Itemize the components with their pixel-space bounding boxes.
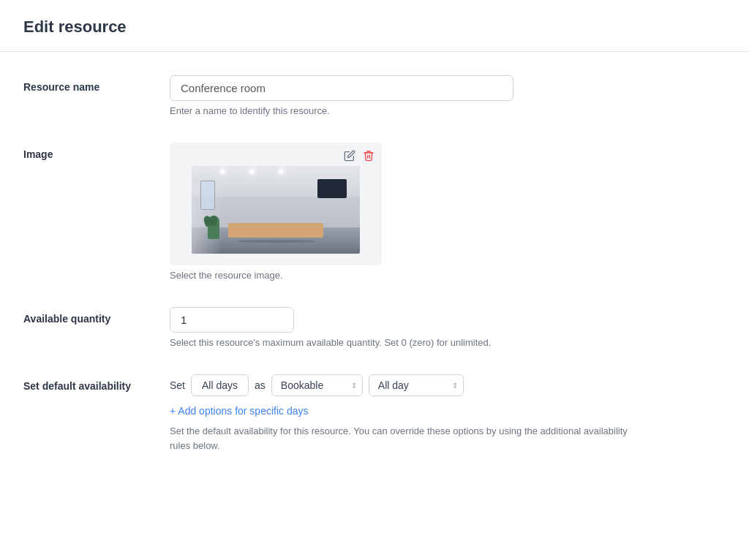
availability-controls: Set All days as Bookable Not bookable Al… <box>170 374 726 396</box>
image-label: Image <box>23 143 170 160</box>
image-hint: Select the resource image. <box>170 270 726 281</box>
resource-name-hint: Enter a name to identify this resource. <box>170 105 726 116</box>
page-container: Edit resource Resource name Enter a name… <box>0 0 749 560</box>
resource-name-row: Resource name Enter a name to identify t… <box>23 75 726 116</box>
available-quantity-input[interactable] <box>170 307 294 333</box>
available-quantity-label: Available quantity <box>23 307 170 325</box>
set-text: Set <box>170 379 185 391</box>
time-select[interactable]: All day Custom hours <box>369 374 464 396</box>
add-options-link[interactable]: + Add options for specific days <box>170 405 726 417</box>
resource-name-field: Enter a name to identify this resource. <box>170 75 726 116</box>
available-quantity-hint: Select this resource's maximum available… <box>170 337 726 348</box>
image-delete-button[interactable] <box>361 148 376 165</box>
resource-name-input[interactable] <box>170 75 513 101</box>
all-days-badge: All days <box>191 374 249 396</box>
image-edit-button[interactable] <box>342 148 357 165</box>
default-availability-label: Set default availability <box>23 374 170 392</box>
image-field: Select the resource image. <box>170 143 726 281</box>
default-availability-field: Set All days as Bookable Not bookable Al… <box>170 374 726 453</box>
default-availability-row: Set default availability Set All days as… <box>23 374 726 453</box>
time-select-wrapper: All day Custom hours <box>369 374 464 396</box>
image-row: Image <box>23 143 726 281</box>
bookable-select[interactable]: Bookable Not bookable <box>271 374 363 396</box>
page-header: Edit resource <box>0 0 749 52</box>
resource-name-label: Resource name <box>23 75 170 93</box>
page-title: Edit resource <box>23 18 726 37</box>
image-actions <box>342 148 376 165</box>
available-quantity-row: Available quantity Select this resource'… <box>23 307 726 348</box>
as-text: as <box>255 379 266 391</box>
bookable-select-wrapper: Bookable Not bookable <box>271 374 363 396</box>
image-upload-container <box>170 143 382 265</box>
availability-hint: Set the default availability for this re… <box>170 424 638 453</box>
conference-room-image <box>192 166 360 254</box>
form-body: Resource name Enter a name to identify t… <box>0 52 749 502</box>
available-quantity-field: Select this resource's maximum available… <box>170 307 726 348</box>
